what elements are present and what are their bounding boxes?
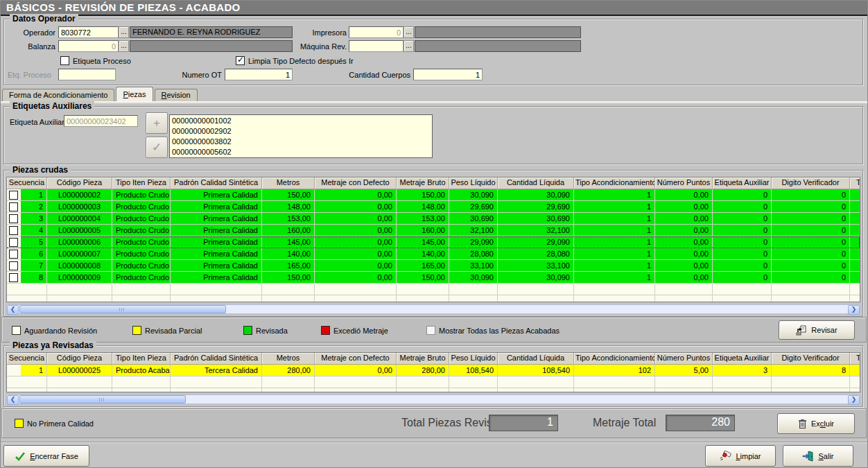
cell: 33,100 (498, 260, 574, 272)
group-title: Piezas crudas (10, 165, 71, 175)
table-row[interactable]: 3L000000004Producto CrudoPrimera Calidad… (7, 213, 860, 225)
scrollbar-thumb[interactable] (19, 395, 186, 404)
impresora-field[interactable] (349, 26, 403, 38)
balanza-label: Balanza (14, 41, 55, 52)
column-header[interactable]: Metraje Bruto (397, 353, 449, 365)
balanza-lookup-button[interactable]: ... (119, 40, 129, 52)
column-header[interactable]: Metraje con Defecto (315, 177, 397, 189)
column-header[interactable]: Tipo Acondicionamiento (574, 353, 655, 365)
maquina-rev-lookup-button[interactable]: ... (403, 40, 414, 52)
cell: 153,00 (397, 213, 449, 225)
tab-piezas[interactable]: Piezas (116, 87, 153, 101)
row-checkbox[interactable] (7, 225, 21, 236)
column-header[interactable]: Digito Verificador (772, 353, 850, 365)
column-header[interactable]: Tipo Iten Pieza (112, 353, 171, 365)
column-header[interactable]: Tipo Acondicionamiento (574, 177, 655, 189)
table-row[interactable]: 4L000000005Producto CrudoPrimera Calidad… (7, 225, 860, 236)
balanza-field[interactable] (58, 40, 119, 52)
column-header[interactable]: Padrón Calidad Sintética (171, 353, 262, 365)
scroll-right-arrow-icon[interactable]: ❯ (848, 395, 860, 405)
column-header[interactable]: Secuencia (7, 353, 47, 365)
cell: 3 (713, 365, 772, 376)
column-header[interactable]: Metros (262, 353, 315, 365)
impresora-lookup-button[interactable]: ... (403, 26, 414, 38)
column-header[interactable]: Secuencia (7, 177, 47, 189)
encerrar-fase-button[interactable]: Encerrar Fase (3, 445, 89, 467)
cell: L000000007 (47, 248, 112, 260)
etiqueta-proceso-checkbox[interactable] (60, 56, 69, 65)
mostrar-todas-checkbox[interactable] (426, 326, 435, 335)
list-item[interactable]: 00000000002902 (172, 126, 430, 137)
limpia-tipo-defecto-checkbox[interactable] (236, 56, 245, 65)
scroll-right-arrow-icon[interactable]: ❯ (848, 305, 860, 315)
revisar-button[interactable]: Revisar (779, 320, 855, 340)
column-header[interactable]: Metraje con Defecto (315, 353, 397, 365)
list-item[interactable]: 00000000005602 (172, 147, 430, 157)
row-checkbox[interactable] (7, 248, 21, 260)
operador-field[interactable] (58, 26, 119, 38)
cell: 0 (713, 260, 772, 272)
column-header[interactable]: Tipo (850, 177, 860, 189)
table-row[interactable]: 1L000000025Producto AcabadoTercera Calid… (7, 365, 860, 376)
add-etiqueta-button[interactable]: + (146, 112, 168, 134)
column-header[interactable]: Cantidad Líquida (498, 353, 574, 365)
column-header[interactable]: Tipo Iten Pieza (112, 177, 171, 189)
column-header[interactable]: Código Pieza (47, 353, 112, 365)
group-title: Datos Operador (10, 14, 78, 24)
etiquetas-listbox[interactable]: 0000000000100200000000002902000000000038… (169, 114, 433, 158)
table-row[interactable]: 2L000000003Producto CrudoPrimera Calidad… (7, 201, 860, 213)
horizontal-scrollbar[interactable]: ❮ ❯ (6, 304, 860, 314)
etq-proceso-label: Etq. Proceso (8, 69, 51, 80)
column-header[interactable]: Número Puntos (655, 177, 713, 189)
column-header[interactable]: Padrón Calidad Sintética (171, 177, 262, 189)
scrollbar-thumb[interactable] (19, 305, 226, 313)
scroll-left-arrow-icon[interactable]: ❮ (7, 395, 19, 405)
maquina-rev-label: Máquina Rev. (288, 41, 347, 52)
limpiar-button[interactable]: Limpiar (705, 445, 776, 467)
cell: 0 (713, 189, 772, 201)
column-header[interactable]: Etiqueta Auxiliar (713, 177, 772, 189)
empty-cell (397, 284, 449, 295)
column-header[interactable]: Número Puntos (655, 353, 713, 365)
empty-cell (449, 284, 498, 295)
salir-button[interactable]: Salir (783, 445, 853, 467)
row-checkbox[interactable] (7, 272, 21, 284)
list-item[interactable]: 00000000003802 (172, 137, 430, 147)
confirm-etiqueta-button[interactable]: ✓ (146, 137, 168, 158)
footer-bar: Encerrar Fase Limpiar Salir (1, 442, 867, 467)
row-checkbox[interactable] (7, 201, 21, 213)
etq-proceso-field[interactable] (58, 69, 116, 80)
table-row[interactable]: 7L000000008Producto CrudoPrimera Calidad… (7, 260, 860, 272)
column-header[interactable]: Tipo (850, 353, 860, 365)
cell: 102 (574, 365, 655, 376)
table-row[interactable]: 5L000000006Producto CrudoPrimera Calidad… (7, 236, 860, 248)
cantidad-cuerpos-field[interactable] (413, 69, 483, 80)
list-item[interactable]: 00000000001002 (172, 116, 430, 126)
empty-cell (850, 284, 860, 295)
column-header[interactable]: Peso Líquido (449, 177, 498, 189)
column-header[interactable]: Código Pieza (47, 177, 112, 189)
cell: 150,00 (262, 272, 315, 284)
column-header[interactable]: Metros (262, 177, 315, 189)
column-header[interactable]: Cantidad Líquida (498, 177, 574, 189)
horizontal-scrollbar[interactable]: ❮ ❯ (6, 395, 860, 404)
row-checkbox[interactable] (7, 260, 21, 272)
column-header[interactable]: Digito Verificador (772, 177, 850, 189)
scroll-left-arrow-icon[interactable]: ❮ (7, 305, 19, 315)
tab-forma-de-acondicionamiento[interactable]: Forma de Acondicionamiento (2, 89, 114, 101)
tab-revision[interactable]: Revision (155, 89, 198, 101)
table-row[interactable]: 8L000000009Producto CrudoPrimera Calidad… (7, 272, 860, 284)
table-row[interactable]: 6L000000007Producto CrudoPrimera Calidad… (7, 248, 860, 260)
row-checkbox[interactable] (7, 189, 21, 201)
operador-lookup-button[interactable]: ... (119, 26, 129, 38)
column-header[interactable]: Peso Líquido (449, 353, 498, 365)
column-header[interactable]: Metraje Bruto (397, 177, 449, 189)
maquina-rev-field[interactable] (349, 40, 403, 52)
row-checkbox[interactable] (7, 213, 21, 225)
table-row[interactable]: 1L000000002Producto CrudoPrimera Calidad… (7, 189, 860, 201)
excluir-button[interactable]: Excluir (777, 413, 855, 434)
etiqueta-auxiliar-field[interactable] (64, 115, 138, 127)
numero-ot-field[interactable] (225, 69, 293, 80)
row-checkbox[interactable] (7, 236, 21, 248)
column-header[interactable]: Etiqueta Auxiliar (713, 353, 772, 365)
